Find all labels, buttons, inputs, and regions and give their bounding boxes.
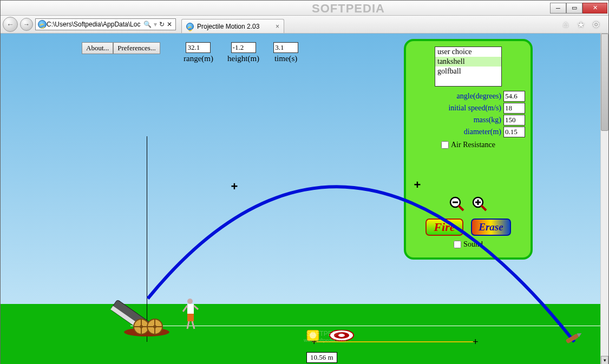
- height-label: height(m): [227, 54, 259, 63]
- svg-text:+: +: [473, 336, 479, 347]
- mass-label: mass(kg): [474, 116, 501, 124]
- projectile-option[interactable]: user choice: [435, 47, 501, 57]
- trajectory-marker: +: [414, 178, 421, 192]
- projectile-option[interactable]: golfball: [435, 67, 501, 76]
- svg-rect-21: [187, 304, 194, 314]
- height-value[interactable]: [231, 42, 256, 53]
- search-icon[interactable]: 🔍: [143, 21, 152, 28]
- ground-line: [130, 326, 600, 326]
- maximize-button[interactable]: ▭: [566, 3, 582, 14]
- angle-label: angle(degrees): [457, 92, 501, 101]
- person-figure[interactable]: [182, 297, 200, 332]
- air-resistance-checkbox[interactable]: [441, 141, 449, 149]
- softpedia-watermark: SOFTPEDIA: [312, 2, 385, 16]
- browser-tab[interactable]: Projectile Motion 2.03 ×: [181, 19, 284, 33]
- time-label: time(s): [274, 54, 298, 63]
- minimize-button[interactable]: ─: [550, 3, 566, 14]
- fire-button[interactable]: Fire: [425, 219, 463, 236]
- range-value[interactable]: [186, 42, 211, 53]
- svg-line-24: [194, 306, 198, 309]
- browser-window: SOFTPEDIA ─ ▭ ✕ ← → C:\Users\Softpedia\A…: [0, 0, 609, 364]
- air-resistance-label: Air Resistance: [451, 141, 495, 149]
- diameter-label: diameter(m): [464, 128, 501, 136]
- ie-icon: [38, 20, 47, 29]
- zoom-out-icon[interactable]: [449, 196, 465, 212]
- close-button[interactable]: ✕: [582, 3, 607, 14]
- stop-icon[interactable]: ✕: [167, 21, 172, 28]
- vertical-scrollbar[interactable]: ▾: [600, 34, 608, 364]
- refresh-icon[interactable]: ↻: [159, 21, 165, 28]
- svg-line-25: [187, 321, 189, 329]
- mass-input[interactable]: [503, 115, 525, 125]
- favorites-icon[interactable]: ★: [576, 19, 586, 29]
- scrollbar-thumb[interactable]: [601, 34, 608, 131]
- erase-button[interactable]: Erase: [471, 219, 511, 236]
- svg-line-4: [481, 206, 486, 210]
- sound-checkbox[interactable]: [454, 241, 461, 248]
- control-panel: user choice tankshell golfball angle(deg…: [404, 39, 533, 260]
- preferences-button[interactable]: Preferences...: [113, 42, 160, 54]
- home-icon[interactable]: ⌂: [561, 19, 571, 29]
- address-bar[interactable]: C:\Users\Softpedia\AppData\Loc 🔍 ▾ ↻ ✕: [35, 18, 176, 30]
- svg-point-34: [338, 334, 345, 337]
- speed-input[interactable]: [503, 103, 525, 114]
- zoom-in-icon[interactable]: [472, 196, 488, 212]
- back-button[interactable]: ←: [3, 17, 18, 32]
- address-text: C:\Users\Softpedia\AppData\Loc: [47, 21, 140, 28]
- time-value[interactable]: [273, 42, 298, 53]
- scrollbar-down-icon[interactable]: ▾: [601, 356, 608, 364]
- readouts: range(m) height(m) time(s): [184, 42, 298, 63]
- about-button[interactable]: About...: [82, 42, 113, 54]
- page-content: About... Preferences... range(m) height(…: [1, 34, 608, 364]
- projectile-option[interactable]: tankshell: [435, 57, 501, 67]
- trajectory-marker: +: [231, 180, 238, 194]
- ground-background: [1, 304, 600, 364]
- svg-point-31: [310, 332, 316, 339]
- svg-line-1: [459, 206, 463, 210]
- svg-line-23: [183, 306, 187, 312]
- measure-readout: 10.56 m: [306, 352, 337, 363]
- svg-rect-22: [187, 314, 194, 321]
- forward-button[interactable]: →: [20, 18, 33, 31]
- cannon[interactable]: [114, 288, 174, 339]
- speed-label: initial speed(m/s): [448, 104, 501, 112]
- tools-icon[interactable]: ⚙: [591, 19, 601, 29]
- titlebar: SOFTPEDIA ─ ▭ ✕: [1, 1, 608, 16]
- tab-title: Projectile Motion 2.03: [197, 23, 259, 30]
- angle-input[interactable]: [503, 91, 525, 102]
- ie-icon: [186, 23, 194, 30]
- sound-label: Sound: [463, 240, 483, 249]
- svg-point-20: [187, 299, 193, 304]
- svg-line-26: [192, 321, 194, 329]
- tab-close-icon[interactable]: ×: [276, 23, 279, 30]
- projectile-listbox[interactable]: user choice tankshell golfball: [435, 47, 502, 87]
- tape-measure[interactable]: + +: [304, 330, 482, 354]
- diameter-input[interactable]: [503, 127, 525, 137]
- range-label: range(m): [184, 54, 213, 63]
- navbar: ← → C:\Users\Softpedia\AppData\Loc 🔍 ▾ ↻…: [1, 16, 608, 34]
